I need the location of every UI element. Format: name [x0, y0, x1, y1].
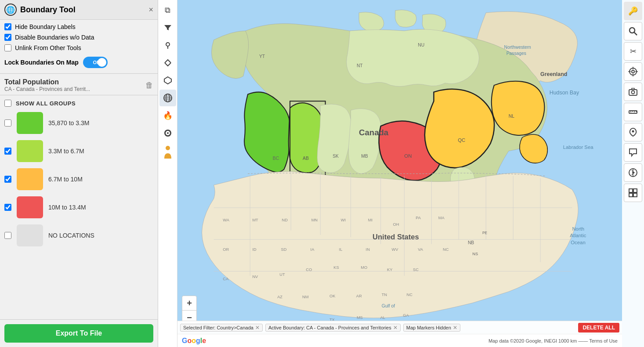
svg-text:NC: NC [406, 293, 412, 297]
svg-text:ND: ND [282, 218, 288, 222]
dataset-subtitle: CA - Canada - Provinces and Territ... [4, 86, 90, 92]
svg-text:MT: MT [252, 218, 258, 222]
delete-all-button[interactable]: DELETE ALL [578, 323, 619, 333]
directions-tool-btn[interactable] [159, 54, 176, 71]
map-canvas[interactable]: BC AB SK MB ON QC NL NB NS PE NT YT NU C… [177, 0, 622, 334]
hide-labels-row[interactable]: Hide Boundary Labels [4, 23, 153, 30]
unlink-row[interactable]: Unlink From Other Tools [4, 44, 153, 51]
svg-text:AB: AB [303, 156, 309, 161]
grid-tool-btn[interactable] [624, 184, 642, 202]
svg-line-89 [634, 33, 637, 36]
filter-tool-btn[interactable] [159, 19, 176, 36]
lock-toggle[interactable]: ON [83, 57, 108, 68]
legend-items: 35,870 to 3.3M3.3M to 6.7M6.7M to 10M10M… [4, 112, 153, 246]
svg-text:SD: SD [281, 247, 286, 252]
map-attribution: Map data ©2020 Google, INEGI 1000 km —— … [488, 338, 618, 343]
map-bottom-bar: Google Map data ©2020 Google, INEGI 1000… [177, 334, 622, 347]
svg-text:MB: MB [361, 154, 368, 159]
svg-text:NV: NV [252, 275, 258, 279]
annotation-tool-btn[interactable] [624, 143, 642, 162]
svg-text:GA: GA [403, 313, 409, 318]
cluster-tool-btn[interactable] [159, 125, 176, 141]
person-tool-btn[interactable] [159, 144, 176, 161]
target-tool-btn[interactable] [624, 62, 642, 81]
left-panel: 🌐 Boundary Tool × Hide Boundary Labels D… [0, 0, 158, 347]
heat-tool-btn[interactable]: 🔥 [159, 107, 176, 124]
map-toolbar: ⧉ 🔥 [158, 0, 177, 347]
legend-label-3: 10M to 13.4M [48, 204, 86, 211]
legend-label-1: 3.3M to 6.7M [48, 148, 84, 155]
svg-text:UT: UT [279, 272, 285, 277]
svg-rect-110 [633, 193, 637, 197]
polygon-tool-btn[interactable] [159, 72, 176, 89]
svg-text:IL: IL [339, 247, 343, 252]
scissors-tool-btn[interactable]: ✂ [624, 42, 642, 61]
legend-item: NO LOCATIONS [4, 224, 153, 246]
disable-no-data-checkbox[interactable] [4, 34, 11, 41]
hide-labels-checkbox[interactable] [4, 23, 11, 30]
camera-tool-btn[interactable] [624, 83, 642, 101]
legend-checkbox-3[interactable] [4, 204, 11, 211]
search-tool-btn[interactable] [624, 22, 642, 40]
lock-row: Lock Boundaries On Map ON [4, 55, 153, 70]
show-all-label: SHOW ALL GROUPS [16, 100, 76, 107]
key-tool-btn[interactable]: 🔑 [624, 2, 642, 20]
svg-text:WV: WV [391, 247, 398, 252]
legend-checkbox-2[interactable] [4, 176, 11, 183]
svg-point-97 [632, 91, 635, 94]
layers-tool-btn[interactable]: ⧉ [159, 2, 176, 18]
svg-marker-2 [164, 77, 171, 84]
show-all-checkbox[interactable] [4, 100, 11, 107]
legend-area: SHOW ALL GROUPS 35,870 to 3.3M3.3M to 6.… [0, 95, 158, 319]
location-tool-btn[interactable] [624, 123, 642, 141]
svg-text:Canada: Canada [359, 128, 389, 137]
svg-text:AR: AR [356, 294, 362, 298]
svg-text:MS: MS [357, 315, 363, 320]
legend-label-0: 35,870 to 3.3M [48, 119, 89, 127]
country-filter-tag: Selected Filter: Country>Canada ✕ [180, 324, 263, 332]
svg-text:KY: KY [387, 268, 392, 272]
boundary-filter-remove[interactable]: ✕ [393, 325, 398, 330]
svg-text:NU: NU [418, 43, 424, 47]
svg-text:NC: NC [443, 247, 449, 252]
markers-filter-remove[interactable]: ✕ [453, 325, 457, 330]
globe-tool-btn[interactable] [159, 90, 176, 106]
svg-text:BC: BC [273, 156, 279, 161]
svg-text:MN: MN [311, 218, 318, 222]
legend-swatch-1 [17, 140, 43, 162]
svg-rect-109 [629, 193, 633, 197]
svg-text:MI: MI [368, 218, 373, 222]
svg-text:Atlantic: Atlantic [570, 233, 586, 238]
svg-point-10 [167, 132, 169, 134]
svg-text:Northwestern: Northwestern [504, 45, 532, 50]
legend-item: 3.3M to 6.7M [4, 140, 153, 162]
dataset-section: Total Population CA - Canada - Provinces… [0, 74, 158, 95]
svg-text:VA: VA [418, 247, 423, 252]
boundary-filter-tag: Active Boundary: CA - Canada - Provinces… [265, 324, 401, 332]
zoom-in-button[interactable]: + [182, 296, 196, 310]
legend-label-4: NO LOCATIONS [48, 232, 94, 239]
map-area: ⧉ 🔥 [158, 0, 644, 347]
close-button[interactable]: × [148, 6, 153, 14]
export-button[interactable]: Export To File [4, 324, 153, 343]
country-filter-remove[interactable]: ✕ [255, 325, 260, 330]
unlink-checkbox[interactable] [4, 44, 11, 51]
ruler-tool-btn[interactable] [624, 103, 642, 121]
trash-button[interactable]: 🗑 [145, 81, 153, 90]
svg-rect-108 [633, 189, 637, 192]
disable-no-data-label: Disable Boundaries w/o Data [15, 34, 94, 41]
disable-no-data-row[interactable]: Disable Boundaries w/o Data [4, 34, 153, 41]
google-logo: Google [182, 337, 206, 345]
waypoint-tool-btn[interactable] [624, 163, 642, 182]
legend-checkbox-0[interactable] [4, 119, 11, 127]
legend-checkbox-4[interactable] [4, 232, 11, 239]
legend-swatch-2 [17, 168, 43, 190]
dataset-info: Total Population CA - Canada - Provinces… [4, 78, 90, 92]
legend-checkbox-1[interactable] [4, 148, 11, 155]
pin-tool-btn[interactable] [159, 37, 176, 54]
country-filter-label: Selected Filter: Country>Canada [183, 325, 253, 330]
svg-text:NS: NS [472, 252, 478, 256]
filter-tags: Selected Filter: Country>Canada ✕ Active… [177, 321, 622, 334]
svg-text:Hudson Bay: Hudson Bay [550, 90, 579, 96]
svg-text:United States: United States [373, 233, 419, 241]
